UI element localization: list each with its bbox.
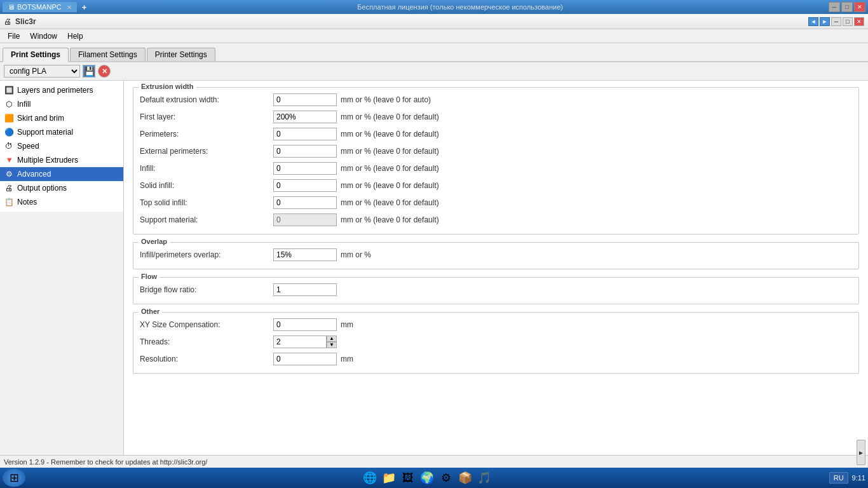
form-row-resolution: Resolution: mm: [140, 352, 852, 366]
app-title-bar: 🖨 Slic3r ◄ ► ─ □ ✕: [0, 14, 868, 29]
menu-bar: File Window Help: [0, 29, 868, 43]
input-infill[interactable]: [273, 162, 337, 175]
tab-close-btn[interactable]: ✕: [67, 4, 72, 11]
window-controls: ─ □ ✕: [829, 2, 865, 12]
min-btn[interactable]: ─: [829, 2, 840, 12]
layers-perimeters-icon: 🔲: [4, 85, 14, 95]
input-resolution[interactable]: [273, 353, 337, 365]
input-perimeters[interactable]: [273, 128, 337, 140]
threads-spinner: ▲ ▼: [327, 336, 337, 348]
support-material-icon: 🔵: [4, 127, 14, 137]
config-bar: config PLA 💾 ✕: [0, 62, 868, 81]
infill-icon: ⬡: [4, 99, 14, 109]
form-row-top-solid-infill: Top solid infill: mm or % (leave 0 for d…: [140, 196, 852, 210]
threads-up-btn[interactable]: ▲: [327, 336, 337, 342]
form-row-bridge-flow-ratio: Bridge flow ratio:: [140, 283, 852, 297]
sidebar-item-speed[interactable]: ⏱ Speed: [0, 139, 123, 153]
sidebar-item-output-options[interactable]: 🖨 Output options: [0, 181, 123, 195]
label-perimeters: Perimeters:: [140, 130, 273, 139]
sidebar-label-infill: Infill: [17, 100, 31, 109]
browser-title-bar: 🖥 BOTSMANPC ✕ + Бесплатная лицензия (тол…: [0, 0, 868, 14]
tab-print-settings[interactable]: Print Settings: [3, 48, 69, 62]
skirt-brim-icon: 🟧: [4, 113, 14, 123]
label-top-solid-infill: Top solid infill:: [140, 198, 273, 207]
label-resolution: Resolution:: [140, 355, 273, 363]
left-panel: 🔲 Layers and perimeters ⬡ Infill 🟧 Skirt…: [0, 81, 124, 455]
form-row-infill: Infill: mm or % (leave 0 for default): [140, 161, 852, 175]
threads-spinner-wrapper: ▲ ▼: [273, 336, 337, 348]
menu-help[interactable]: Help: [62, 30, 88, 42]
unit-support-material: mm or % (leave 0 for default): [341, 215, 439, 224]
multiple-extruders-icon: 🔻: [4, 155, 14, 165]
sidebar-label-support-material: Support material: [17, 128, 73, 137]
input-bridge-flow-ratio[interactable]: [273, 283, 337, 296]
unit-infill: mm or % (leave 0 for default): [341, 164, 439, 173]
app-max-btn[interactable]: □: [843, 17, 853, 26]
app-fwd-btn[interactable]: ►: [820, 17, 830, 26]
form-row-solid-infill: Solid infill: mm or % (leave 0 for defau…: [140, 179, 852, 193]
input-solid-infill[interactable]: [273, 179, 337, 192]
unit-resolution: mm: [341, 355, 353, 363]
sidebar-item-skirt-brim[interactable]: 🟧 Skirt and brim: [0, 111, 123, 125]
threads-down-btn[interactable]: ▼: [327, 342, 337, 348]
form-row-external-perimeters: External perimeters: mm or % (leave 0 fo…: [140, 144, 852, 158]
speed-icon: ⏱: [4, 141, 14, 151]
flow-title: Flow: [139, 273, 159, 280]
sidebar-item-infill[interactable]: ⬡ Infill: [0, 97, 123, 111]
unit-xy-size: mm: [341, 320, 353, 329]
form-row-first-layer: First layer: mm or % (leave 0 for defaul…: [140, 110, 852, 124]
advanced-icon: ⚙: [4, 169, 14, 179]
sidebar-item-notes[interactable]: 📋 Notes: [0, 195, 123, 209]
unit-solid-infill: mm or % (leave 0 for default): [341, 181, 439, 190]
label-default-extrusion-width: Default extrusion width:: [140, 95, 273, 104]
label-external-perimeters: External perimeters:: [140, 147, 273, 156]
input-xy-size[interactable]: [273, 318, 337, 331]
sidebar-label-speed: Speed: [17, 142, 39, 151]
flow-section: Flow Bridge flow ratio:: [133, 277, 859, 304]
config-remove-btn[interactable]: ✕: [98, 65, 111, 78]
app-min-btn[interactable]: ─: [831, 17, 841, 26]
label-first-layer: First layer:: [140, 112, 273, 121]
max-btn[interactable]: □: [841, 2, 853, 12]
output-options-icon: 🖨: [4, 183, 14, 193]
license-text: Бесплатная лицензия (только некоммерческ…: [357, 3, 563, 11]
label-support-material-width: Support material:: [140, 215, 273, 224]
label-xy-size: XY Size Compensation:: [140, 320, 273, 329]
input-infill-perimeters-overlap[interactable]: [273, 248, 337, 261]
sidebar-item-layers-perimeters[interactable]: 🔲 Layers and perimeters: [0, 83, 123, 97]
new-tab-btn[interactable]: +: [77, 1, 92, 13]
form-row-default-extrusion-width: Default extrusion width: mm or % (leave …: [140, 93, 852, 107]
input-support-material: [273, 214, 337, 226]
input-top-solid-infill[interactable]: [273, 196, 337, 209]
app-back-btn[interactable]: ◄: [808, 17, 818, 26]
sidebar-item-multiple-extruders[interactable]: 🔻 Multiple Extruders: [0, 153, 123, 167]
close-btn[interactable]: ✕: [854, 2, 865, 12]
input-first-layer[interactable]: [273, 111, 337, 123]
sidebar-label-multiple-extruders: Multiple Extruders: [17, 156, 78, 165]
scroll-arrow[interactable]: ►: [857, 440, 865, 465]
browser-tab[interactable]: 🖥 BOTSMANPC ✕: [3, 2, 77, 12]
config-save-btn[interactable]: 💾: [83, 65, 95, 78]
app-close-btn[interactable]: ✕: [854, 17, 864, 26]
sidebar-label-output-options: Output options: [17, 184, 67, 193]
sidebar-item-advanced[interactable]: ⚙ Advanced: [0, 167, 123, 181]
label-infill: Infill:: [140, 164, 273, 173]
form-row-perimeters: Perimeters: mm or % (leave 0 for default…: [140, 127, 852, 141]
config-select[interactable]: config PLA: [4, 65, 80, 78]
tab-printer-settings[interactable]: Printer Settings: [147, 48, 215, 61]
input-external-perimeters[interactable]: [273, 145, 337, 158]
input-threads[interactable]: [273, 336, 327, 348]
tab-icon: 🖥: [8, 3, 15, 11]
sidebar-item-support-material[interactable]: 🔵 Support material: [0, 125, 123, 139]
menu-window[interactable]: Window: [25, 30, 62, 42]
unit-infill-perimeters-overlap: mm or %: [341, 250, 371, 259]
unit-top-solid-infill: mm or % (leave 0 for default): [341, 198, 439, 207]
input-default-extrusion-width[interactable]: [273, 93, 337, 106]
menu-file[interactable]: File: [3, 30, 25, 42]
tab-filament-settings[interactable]: Filament Settings: [70, 48, 146, 61]
extrusion-width-section: Extrusion width Default extrusion width:…: [133, 87, 859, 234]
unit-perimeters: mm or % (leave 0 for default): [341, 130, 439, 139]
notes-icon: 📋: [4, 197, 14, 207]
unit-external-perimeters: mm or % (leave 0 for default): [341, 147, 439, 156]
sidebar-label-layers-perimeters: Layers and perimeters: [17, 86, 93, 95]
